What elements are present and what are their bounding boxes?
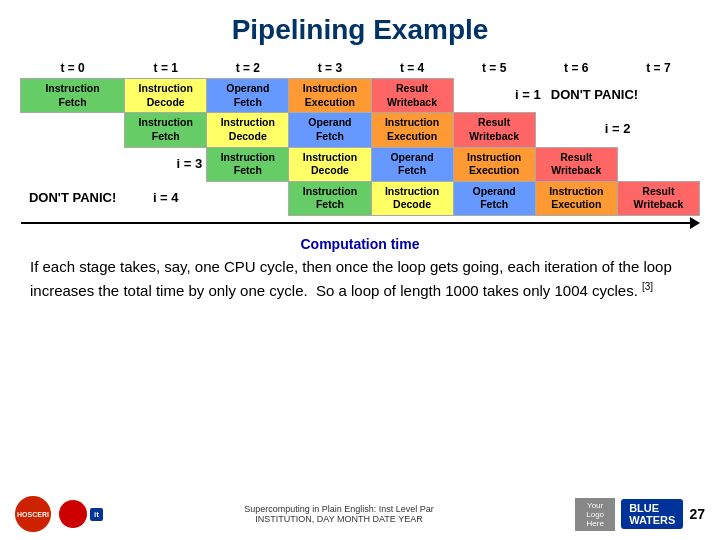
arrow-shaft <box>21 222 690 224</box>
logo2: it <box>59 500 103 528</box>
footer-center: Supercomputing in Plain English: Inst Le… <box>244 504 434 524</box>
i3-execution: InstructionExecution <box>453 147 535 181</box>
i4-empty1 <box>207 181 289 215</box>
i2-fetch: InstructionFetch <box>125 113 207 147</box>
blue-waters-logo: BLUEWATERS <box>621 499 683 529</box>
i1-writeback: ResultWriteback <box>371 79 453 113</box>
i4-execution: InstructionExecution <box>535 181 617 215</box>
ou-logo <box>59 500 87 528</box>
footer-right: YourLogoHere BLUEWATERS 27 <box>575 498 705 531</box>
i3-empty1 <box>21 147 125 181</box>
i3-decode: InstructionDecode <box>289 147 371 181</box>
page: Pipelining Example t = 0 t = 1 t = 2 t =… <box>0 0 720 540</box>
i1-execution: InstructionExecution <box>289 79 371 113</box>
i3-writeback: ResultWriteback <box>535 147 617 181</box>
header-t5: t = 5 <box>453 58 535 79</box>
i3-fetch: InstructionFetch <box>207 147 289 181</box>
arrow-head <box>690 217 700 229</box>
i1-decode: InstructionDecode <box>125 79 207 113</box>
header-t7: t = 7 <box>617 58 699 79</box>
footer: HOSCERI it Supercomputing in Plain Engli… <box>0 496 720 532</box>
arrow-row <box>21 216 700 231</box>
table-row: InstructionFetch InstructionDecode Opera… <box>21 79 700 113</box>
i1-panic: DON'T PANIC! <box>551 87 638 102</box>
logo1-text: HOSCERI <box>17 511 49 518</box>
pipeline-table: t = 0 t = 1 t = 2 t = 3 t = 4 t = 5 t = … <box>20 58 700 230</box>
header-row: t = 0 t = 1 t = 2 t = 3 t = 4 t = 5 t = … <box>21 58 700 79</box>
logo1: HOSCERI <box>15 496 51 532</box>
header-t6: t = 6 <box>535 58 617 79</box>
table-row: i = 3 InstructionFetch InstructionDecode… <box>21 147 700 181</box>
computation-section: Computation time If each stage takes, sa… <box>20 236 700 302</box>
it-logo: it <box>90 508 103 521</box>
i2-decode: InstructionDecode <box>207 113 289 147</box>
header-t1: t = 1 <box>125 58 207 79</box>
i4-panic: DON'T PANIC! <box>21 181 125 215</box>
i4-operand: OperandFetch <box>453 181 535 215</box>
i1-label: i = 1 DON'T PANIC! <box>453 79 699 113</box>
computation-text: If each stage takes, say, one CPU cycle,… <box>20 256 700 302</box>
i1-i-label: i = 1 <box>515 87 548 102</box>
footer-line2: INSTITUTION, DAY MONTH DATE YEAR <box>244 514 434 524</box>
header-t4: t = 4 <box>371 58 453 79</box>
header-t0: t = 0 <box>21 58 125 79</box>
reference: [3] <box>642 281 653 292</box>
i2-i-label: i = 2 <box>605 121 631 136</box>
i2-label: i = 2 <box>535 113 699 147</box>
i4-writeback: ResultWriteback <box>617 181 699 215</box>
i4-label: i = 4 <box>125 181 207 215</box>
i3-empty2 <box>617 147 699 181</box>
i1-operand: OperandFetch <box>207 79 289 113</box>
i3-operand: OperandFetch <box>371 147 453 181</box>
i2-empty1 <box>21 113 125 147</box>
i2-execution: InstructionExecution <box>371 113 453 147</box>
pipeline-table-wrapper: t = 0 t = 1 t = 2 t = 3 t = 4 t = 5 t = … <box>20 58 700 230</box>
i1-fetch: InstructionFetch <box>21 79 125 113</box>
i3-label: i = 3 <box>125 147 207 181</box>
footer-logos: HOSCERI it <box>15 496 103 532</box>
table-row: DON'T PANIC! i = 4 InstructionFetch Inst… <box>21 181 700 215</box>
i3-i-label: i = 3 <box>177 156 203 171</box>
i2-operand: OperandFetch <box>289 113 371 147</box>
i4-fetch: InstructionFetch <box>289 181 371 215</box>
page-number: 27 <box>689 506 705 522</box>
i2-writeback: ResultWriteback <box>453 113 535 147</box>
i4-decode: InstructionDecode <box>371 181 453 215</box>
header-t2: t = 2 <box>207 58 289 79</box>
footer-line1: Supercomputing in Plain English: Inst Le… <box>244 504 434 514</box>
page-title: Pipelining Example <box>20 14 700 46</box>
timeline-arrow <box>21 217 700 229</box>
computation-title: Computation time <box>20 236 700 252</box>
table-row: InstructionFetch InstructionDecode Opera… <box>21 113 700 147</box>
arrow-cell <box>21 216 700 231</box>
i4-panic-text: DON'T PANIC! <box>29 190 116 205</box>
i4-i-label: i = 4 <box>153 190 179 205</box>
your-logo: YourLogoHere <box>575 498 615 531</box>
header-t3: t = 3 <box>289 58 371 79</box>
